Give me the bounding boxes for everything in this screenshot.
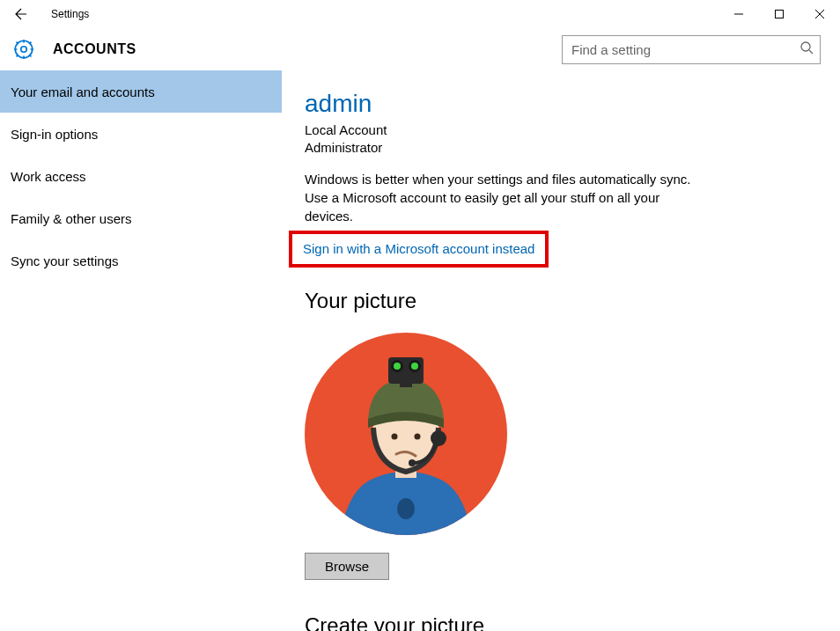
sidebar-item-email-accounts[interactable]: Your email and accounts <box>0 70 282 113</box>
svg-rect-1 <box>776 11 784 18</box>
create-picture-heading: Create your picture <box>305 613 817 632</box>
avatar-container <box>305 333 817 535</box>
svg-point-5 <box>15 40 33 58</box>
sidebar-item-label: Sync your settings <box>11 253 119 268</box>
username-heading: admin <box>305 90 817 118</box>
search-input[interactable] <box>562 35 821 64</box>
your-picture-heading: Your picture <box>305 289 817 313</box>
minimize-button[interactable] <box>718 0 759 28</box>
account-role: Administrator <box>305 139 817 157</box>
window-title: Settings <box>42 8 89 20</box>
settings-gear-icon <box>11 36 37 62</box>
back-button[interactable] <box>0 0 42 28</box>
sidebar-item-work-access[interactable]: Work access <box>0 155 282 197</box>
sidebar-item-signin-options[interactable]: Sign-in options <box>0 113 282 155</box>
close-button[interactable] <box>799 0 840 28</box>
svg-point-16 <box>411 363 418 370</box>
account-type: Local Account <box>305 121 817 139</box>
main: Your email and accounts Sign-in options … <box>0 70 840 631</box>
sidebar-item-sync-settings[interactable]: Sync your settings <box>0 239 282 282</box>
sidebar-item-label: Sign-in options <box>11 127 98 142</box>
account-description: Windows is better when your settings and… <box>305 170 710 225</box>
svg-point-9 <box>397 498 415 519</box>
close-icon <box>814 9 825 19</box>
maximize-icon <box>774 9 785 19</box>
annotation-highlight: Sign in with a Microsoft account instead <box>289 231 549 268</box>
header: ACCOUNTS <box>0 28 840 70</box>
titlebar: Settings <box>0 0 840 28</box>
svg-point-15 <box>394 363 401 370</box>
maximize-button[interactable] <box>759 0 799 28</box>
sidebar-item-label: Your email and accounts <box>11 84 155 99</box>
avatar-image <box>305 333 507 535</box>
signin-microsoft-link[interactable]: Sign in with a Microsoft account instead <box>303 241 534 256</box>
svg-point-21 <box>415 433 421 439</box>
svg-point-19 <box>409 459 416 466</box>
svg-point-18 <box>431 430 446 446</box>
minimize-icon <box>733 9 744 19</box>
sidebar-item-label: Family & other users <box>11 211 132 226</box>
sidebar: Your email and accounts Sign-in options … <box>0 70 282 631</box>
svg-rect-17 <box>400 377 412 387</box>
search-container <box>562 35 821 64</box>
sidebar-item-family-users[interactable]: Family & other users <box>0 197 282 239</box>
browse-button[interactable]: Browse <box>305 553 389 580</box>
svg-point-4 <box>21 47 27 53</box>
content: admin Local Account Administrator Window… <box>282 70 840 631</box>
sidebar-item-label: Work access <box>11 169 86 184</box>
svg-point-20 <box>392 433 398 439</box>
back-arrow-icon <box>14 7 28 21</box>
profile-avatar <box>305 333 507 535</box>
page-section-title: ACCOUNTS <box>53 41 136 57</box>
